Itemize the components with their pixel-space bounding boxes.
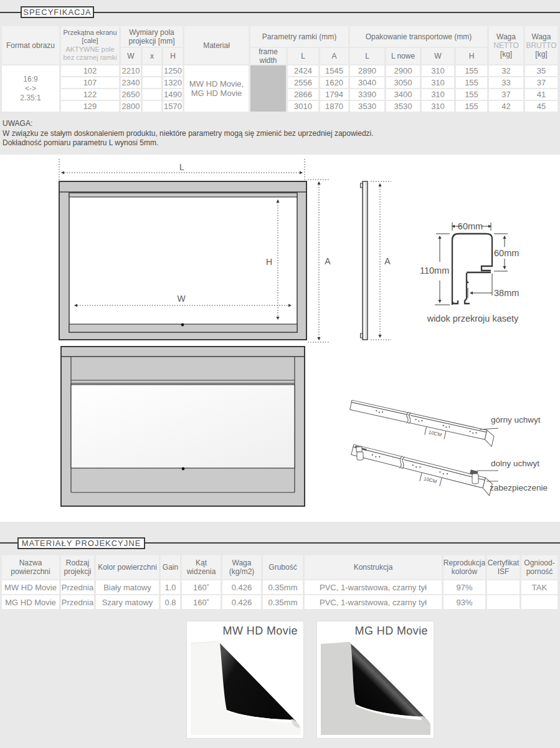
svg-text:H: H (266, 257, 272, 267)
svg-text:zabezpieczenie: zabezpieczenie (490, 483, 548, 492)
svg-text:widok przekroju kasety: widok przekroju kasety (427, 314, 519, 324)
svg-text:60mm: 60mm (458, 221, 483, 231)
svg-text:A: A (384, 256, 391, 266)
svg-text:L: L (179, 162, 184, 172)
svg-text:MG HD Movie: MG HD Movie (355, 625, 428, 637)
svg-text:dolny uchwyt: dolny uchwyt (491, 459, 539, 468)
svg-text:110mm: 110mm (420, 266, 449, 276)
svg-text:MW HD Movie: MW HD Movie (223, 625, 298, 637)
svg-text:10CM: 10CM (423, 476, 437, 484)
svg-text:A: A (325, 256, 331, 266)
svg-text:górny uchwyt: górny uchwyt (491, 415, 541, 424)
svg-text:60mm: 60mm (494, 248, 519, 258)
svg-text:38mm: 38mm (494, 288, 519, 298)
svg-text:10CM: 10CM (428, 429, 442, 438)
svg-text:W: W (177, 294, 186, 304)
